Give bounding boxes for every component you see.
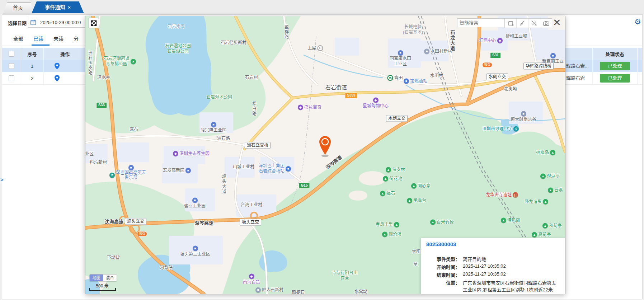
map-label: 水田村 bbox=[430, 73, 443, 79]
map-label-text: 云溪 bbox=[554, 188, 563, 193]
map-close-button[interactable]: ✕ bbox=[553, 17, 561, 29]
map-label-text: 石岩街道 bbox=[325, 84, 347, 91]
map-label: 收费 bbox=[482, 62, 492, 67]
map-label: 水朗立交 bbox=[486, 74, 508, 80]
row-checkbox[interactable] bbox=[9, 63, 14, 69]
map-label-text: 秋菊亭 bbox=[549, 223, 562, 229]
end-time-value: 2025-11-27 10:35:02 bbox=[460, 271, 560, 278]
location-label: 位置： bbox=[421, 279, 460, 293]
row-checkbox[interactable] bbox=[9, 75, 14, 81]
camera-icon[interactable] bbox=[540, 19, 552, 28]
map-label: 沈海高速 bbox=[105, 219, 123, 225]
map-label: 收费 bbox=[137, 231, 147, 236]
row-action-cell bbox=[43, 60, 70, 72]
map-label-text: S359 bbox=[347, 93, 355, 98]
map-label: 凉水井 bbox=[97, 75, 110, 80]
map-type-hybrid[interactable]: 混合 bbox=[103, 275, 117, 281]
map-label-text: 同富康水田 工业区 bbox=[390, 56, 411, 67]
map-label: 棕榈岛▲ bbox=[536, 150, 555, 155]
map-label: 台湾工业村 bbox=[241, 202, 262, 208]
map-label: ◆星城购物中心 bbox=[363, 98, 389, 109]
fullscreen-button[interactable] bbox=[89, 18, 99, 28]
map-label-text: G15 bbox=[301, 183, 308, 188]
map-label: 盈群路 bbox=[283, 24, 289, 39]
bldg-icon: ■ bbox=[211, 122, 216, 127]
map-label: 水窝坳 bbox=[354, 289, 367, 295]
select-all-checkbox[interactable] bbox=[9, 51, 14, 57]
map-label: 诗与行阳台山 露营 bbox=[332, 270, 358, 281]
delete-icon[interactable] bbox=[528, 19, 540, 28]
filter-tab-unread[interactable]: 未读 bbox=[53, 35, 64, 42]
map-label-text: 春风十里 bbox=[376, 222, 393, 228]
map-label: 春风十里▲ bbox=[376, 222, 399, 228]
status-processed-button[interactable]: 已处理 bbox=[600, 74, 630, 83]
map-label-text: 汇翔中心 bbox=[479, 38, 496, 43]
map-label-text: 华辉路跨线桥 bbox=[526, 64, 551, 69]
map-label-text: 上屋 bbox=[307, 46, 316, 51]
map-label-text: 骏兴隆工业区 bbox=[201, 128, 226, 133]
map-label: 河背仔 bbox=[160, 265, 173, 271]
map-label: 石岩水库 bbox=[168, 24, 185, 29]
filter-tab-group[interactable]: 分 bbox=[74, 35, 79, 42]
map-label: 业区 bbox=[85, 151, 94, 157]
map-dialog[interactable]: 石岩水库石岩湿地公园 石岩湖公园石岩径贝新村石岩环湖碧道 青草排公园▲凉水井洲石… bbox=[85, 16, 565, 294]
top-tab-bar: 首页 事件通知× bbox=[0, 0, 644, 14]
tree-icon: ▲ bbox=[411, 183, 417, 189]
map-label-text: 河背仔 bbox=[160, 265, 173, 271]
map-label-text: S33 bbox=[98, 103, 105, 108]
map-label-text: 骏业工业园 bbox=[184, 203, 206, 209]
map-label-text: 收费 bbox=[139, 232, 145, 236]
map-label-text: 水窝坳 bbox=[354, 289, 367, 295]
map-label-text: 宝燃油站 bbox=[410, 79, 427, 84]
map-label: G15 bbox=[299, 183, 310, 189]
tab-home[interactable]: 首页 bbox=[3, 2, 33, 14]
date-value[interactable]: 2025-10-29 00:00:0 bbox=[38, 20, 81, 25]
shop-icon: ◆ bbox=[373, 98, 378, 103]
brush-clear-icon[interactable] bbox=[517, 19, 528, 28]
tree-icon: ▲ bbox=[380, 191, 385, 196]
gear-icon[interactable]: ⚙ bbox=[634, 18, 641, 26]
calendar-icon[interactable] bbox=[28, 18, 38, 27]
map-label-text: 长城电脑 (石岩基地) bbox=[403, 24, 423, 35]
header-seq: 序号 bbox=[21, 48, 43, 60]
filter-tab-all[interactable]: 全部 bbox=[13, 35, 23, 42]
filter-tab-read[interactable]: 已读 bbox=[33, 35, 43, 42]
sidebar-collapse-arrow[interactable]: > bbox=[0, 175, 6, 184]
locate-pin-icon[interactable] bbox=[55, 63, 60, 69]
tab-event-label: 事件通知 bbox=[45, 4, 65, 10]
tree-icon: ▲ bbox=[540, 174, 546, 179]
school-icon: 文 bbox=[513, 126, 519, 132]
map-scale-bar bbox=[89, 288, 116, 291]
map-type-map[interactable]: 地图 bbox=[90, 275, 103, 281]
tab-event-notification[interactable]: 事件通知× bbox=[32, 1, 84, 13]
map-label: ■应人石新村 bbox=[255, 287, 283, 293]
map-label: ▲百米竹径 bbox=[430, 220, 454, 225]
map-search-input[interactable] bbox=[457, 18, 507, 27]
date-input-group[interactable]: 2025-10-29 00:00:0 bbox=[28, 17, 90, 28]
tree-icon: ▲ bbox=[382, 232, 387, 237]
shop-icon: ◆ bbox=[497, 38, 503, 43]
select-region-icon[interactable] bbox=[505, 19, 517, 28]
tab-close-icon[interactable]: × bbox=[68, 5, 71, 10]
map-label-text: 深圳国王高尔夫 俱乐部 bbox=[116, 170, 146, 181]
gas-icon: ■ bbox=[404, 79, 409, 84]
map-label: ▲承露台 bbox=[407, 198, 426, 203]
event-id[interactable]: 8025300003 bbox=[426, 241, 456, 247]
map-label-text: 观湖亭 bbox=[547, 174, 560, 179]
status-processed-button[interactable]: 已处理 bbox=[600, 62, 630, 70]
map-label: ▲荷花池 bbox=[383, 176, 402, 182]
shop-icon: ◆ bbox=[249, 274, 254, 279]
map-label: ◆南海百货 bbox=[243, 274, 260, 285]
locate-pin-icon[interactable] bbox=[55, 75, 60, 81]
round-icon: ↻ bbox=[318, 45, 323, 51]
map-label: 石岩湿地公园 石岩湖公园 bbox=[165, 43, 191, 54]
map-label-text: 宏发高新园 bbox=[163, 168, 184, 173]
map-label-text: 洲石路 bbox=[217, 136, 230, 141]
map-label: S359 bbox=[345, 93, 357, 99]
end-time-label: 结束时间： bbox=[421, 271, 460, 278]
map-label-text: 麻布 bbox=[130, 127, 138, 132]
location-value: 广东省深圳市宝安区石岩街道同辉路石岩第五工业区内,罗租第五工业区别墅-1栋附近2… bbox=[460, 279, 560, 293]
map-label: 石岩街道 bbox=[325, 84, 347, 91]
map-label-text: 洲石玉支路 bbox=[87, 50, 93, 75]
event-location-marker[interactable] bbox=[318, 135, 332, 158]
